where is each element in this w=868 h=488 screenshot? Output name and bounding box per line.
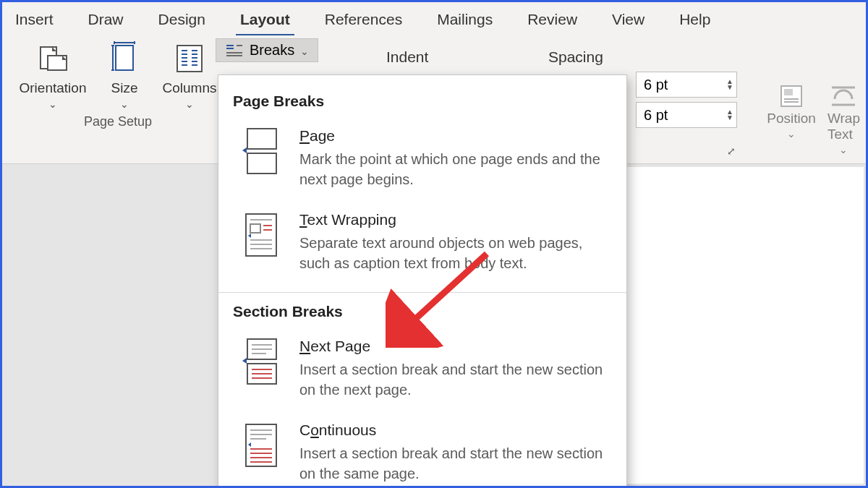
tab-view[interactable]: View: [608, 7, 649, 35]
spinner-icon[interactable]: ▲▼: [726, 109, 733, 121]
breaks-label: Breaks: [250, 42, 294, 59]
divider: [218, 292, 626, 293]
breaks-dropdown: Page Breaks Page Mark the point at which…: [218, 74, 627, 488]
svg-marker-34: [242, 147, 247, 153]
chevron-down-icon: ⌄: [787, 128, 796, 140]
spacing-after-value: 6 pt: [644, 107, 668, 124]
break-continuous-item[interactable]: Continuous Insert a section break and st…: [233, 416, 612, 488]
chevron-down-icon: ⌄: [839, 144, 848, 155]
chevron-down-icon: ⌄: [120, 98, 129, 110]
tab-help[interactable]: Help: [675, 7, 715, 35]
svg-rect-35: [247, 153, 276, 174]
page-setup-group-label: Page Setup: [84, 114, 152, 129]
break-page-item[interactable]: Page Mark the point at which one page en…: [233, 121, 612, 205]
chevron-down-icon: ⌄: [300, 46, 309, 57]
svg-rect-33: [247, 129, 276, 149]
svg-rect-28: [784, 89, 793, 95]
tab-design[interactable]: Design: [154, 7, 210, 35]
indent-section-label: Indent: [386, 48, 428, 66]
spacing-after-input[interactable]: 6 pt ▲▼: [636, 102, 737, 128]
orientation-button[interactable]: Orientation ⌄: [14, 41, 92, 110]
next-page-icon: [240, 338, 281, 387]
page-breaks-heading: Page Breaks: [233, 93, 612, 110]
wrap-text-label: Wrap Text: [827, 111, 860, 142]
spinner-icon[interactable]: ▲▼: [726, 79, 733, 90]
break-text-wrapping-item[interactable]: Text Wrapping Separate text around objec…: [233, 205, 612, 289]
chevron-down-icon: ⌄: [48, 98, 57, 110]
document-area: [626, 167, 864, 484]
columns-button[interactable]: Columns ⌄: [157, 41, 222, 110]
breaks-icon: [225, 43, 244, 59]
size-icon: [110, 41, 139, 76]
size-label: Size: [111, 80, 138, 97]
size-button[interactable]: Size ⌄: [102, 41, 147, 110]
ribbon-tabs: Insert Draw Design Layout References Mai…: [2, 2, 866, 35]
tab-references[interactable]: References: [320, 7, 407, 35]
spacing-before-value: 6 pt: [644, 77, 668, 93]
continuous-desc: Insert a section break and start the new…: [299, 443, 603, 484]
page-break-desc: Mark the point at which one page ends an…: [299, 149, 603, 189]
orientation-icon: [36, 41, 69, 76]
next-page-desc: Insert a section break and start the new…: [299, 359, 603, 400]
position-icon: [777, 82, 806, 111]
spacing-before-input[interactable]: 6 pt ▲▼: [636, 72, 737, 98]
section-breaks-heading: Section Breaks: [233, 303, 612, 320]
position-label: Position: [767, 111, 816, 127]
page-setup-group: Orientation ⌄ Size ⌄: [9, 41, 226, 160]
tab-insert[interactable]: Insert: [11, 7, 58, 35]
wrap-text-button[interactable]: Wrap Text ⌄: [827, 82, 860, 155]
svg-rect-4: [116, 46, 133, 70]
tab-review[interactable]: Review: [523, 7, 582, 35]
orientation-label: Orientation: [20, 80, 87, 97]
chevron-down-icon: ⌄: [185, 98, 194, 110]
svg-marker-49: [242, 358, 247, 364]
columns-label: Columns: [163, 80, 217, 97]
text-wrapping-icon: [240, 211, 281, 260]
break-next-page-item[interactable]: Next Page Insert a section break and sta…: [233, 332, 612, 416]
page-break-icon: [240, 127, 281, 176]
tab-layout[interactable]: Layout: [236, 7, 294, 35]
wrap-text-icon: [829, 82, 858, 111]
tab-draw[interactable]: Draw: [84, 7, 128, 35]
breaks-button[interactable]: Breaks ⌄: [216, 38, 318, 62]
tab-mailings[interactable]: Mailings: [433, 7, 497, 35]
position-button[interactable]: Position ⌄: [767, 82, 816, 155]
svg-rect-11: [177, 46, 202, 72]
text-wrap-desc: Separate text around objects on web page…: [299, 233, 603, 273]
dialog-launcher-icon[interactable]: ⤢: [727, 145, 736, 157]
spacing-section-label: Spacing: [548, 48, 603, 66]
columns-icon: [174, 41, 205, 76]
continuous-icon: [240, 421, 281, 471]
